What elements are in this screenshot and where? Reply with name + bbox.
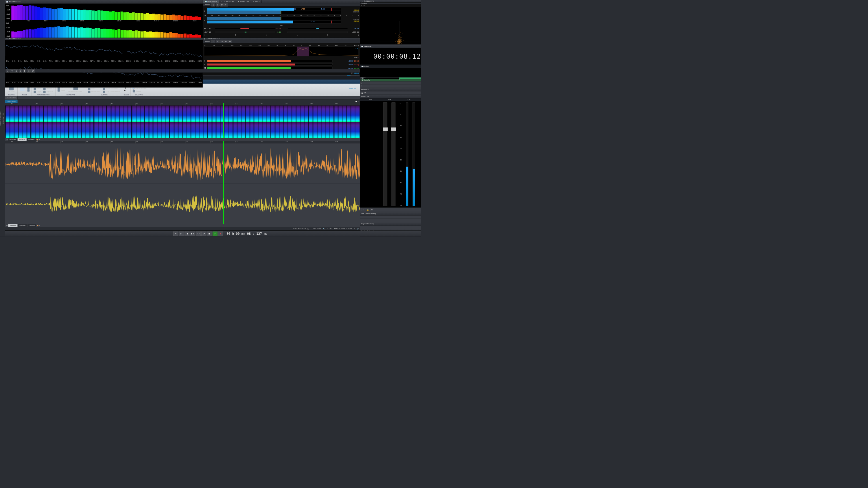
transport-bar: ≡ ⏮|⏴⏴⏴⏵⏵⟳⏹⏵● 00 h 00 mn 08 s 127 ms bbox=[5, 230, 421, 236]
fit-button[interactable]: ⬌ bbox=[27, 69, 31, 72]
svg-point-243 bbox=[398, 42, 398, 42]
reset-button[interactable]: ↻ bbox=[370, 208, 374, 211]
zoom-in-button[interactable]: ⊕ bbox=[14, 69, 18, 72]
transport-rew[interactable]: ⏴⏴ bbox=[190, 231, 195, 236]
view-waveform-2[interactable]: Waveform bbox=[8, 224, 18, 227]
transport-play[interactable]: ⏵ bbox=[213, 231, 218, 236]
format-info[interactable]: Stereo 32 bit float 44 100 Hz bbox=[334, 228, 352, 230]
svg-point-342 bbox=[399, 37, 399, 37]
playhead-spectrogram[interactable] bbox=[223, 103, 224, 138]
levelmeter-toolbar: Functions ↻ ⟳ ⚙ ⇤ bbox=[203, 3, 360, 7]
svg-point-365 bbox=[399, 40, 400, 40]
transport-start[interactable]: ⏮ bbox=[179, 231, 184, 236]
spectroscope-header[interactable]: 📊 SPECTROSCOPE bbox=[5, 0, 203, 4]
home-button[interactable]: ⌂ bbox=[6, 69, 9, 72]
loud-settings-button[interactable]: ⚙ bbox=[224, 40, 228, 43]
swap-button[interactable]: Swap Stereo Channels bbox=[102, 91, 121, 93]
resampling-header[interactable]: Resampling bbox=[361, 89, 369, 90]
transport-record[interactable]: ● bbox=[218, 231, 223, 236]
playback-header[interactable]: Playback Processing bbox=[361, 223, 374, 225]
svg-point-354 bbox=[400, 41, 400, 41]
length-info: 1 mn 949 ms bbox=[313, 228, 321, 230]
scroll-lock-button[interactable]: ⇄ bbox=[31, 69, 35, 72]
waveform-view[interactable]: 0 s1 s2 s3 s4 s5 s6 s7 s8 s9 s10 s11 s12… bbox=[5, 141, 360, 224]
transport-stop[interactable]: ⏹ bbox=[207, 231, 212, 236]
mono-button[interactable]: ○ bbox=[361, 208, 365, 211]
tab-tasks[interactable]: ✓TASKS bbox=[251, 0, 261, 3]
speaker-icon[interactable]: 🔊 bbox=[357, 228, 359, 230]
tab-wavescope[interactable]: ◈WAVESCOPE bbox=[236, 0, 251, 3]
tab-oscilloscope[interactable]: 〰OSCILLOSCOPE bbox=[219, 0, 236, 3]
transport-ffwd[interactable]: ⏵⏵ bbox=[196, 231, 201, 236]
loud-refresh-button[interactable]: ⟳ bbox=[216, 40, 220, 43]
functions-label[interactable]: Functions bbox=[204, 4, 210, 5]
play-tool[interactable] bbox=[27, 89, 30, 92]
fader-l[interactable] bbox=[383, 103, 387, 206]
fader-r[interactable] bbox=[392, 103, 396, 206]
master-level-header[interactable]: Master Level bbox=[361, 96, 369, 97]
refresh-button[interactable]: ⟳ bbox=[216, 3, 220, 6]
svg-point-263 bbox=[400, 34, 401, 34]
spectroscope-panel: 📊 SPECTROSCOPE 0dB-12dB-36dB-60dB B44Hz8… bbox=[5, 0, 203, 38]
silence-button[interactable]: Silence Generator ▾ bbox=[102, 88, 121, 90]
time-ruler[interactable]: 0 s1 s2 s3 s4 s5 s6 s7 s8 s9 s10 s11 s12… bbox=[5, 103, 360, 105]
delete-button[interactable]: Delete bbox=[88, 88, 101, 90]
extend-button[interactable]: Extend bbox=[33, 88, 42, 90]
loud-range-button[interactable]: ⇲ bbox=[220, 40, 224, 43]
settings-icon[interactable]: 🎨 ⚙ bbox=[36, 139, 40, 140]
spectrogram-view[interactable]: 0 s1 s2 s3 s4 s5 s6 s7 s8 s9 s10 s11 s12… bbox=[5, 103, 360, 138]
view-loudness-2[interactable]: Loudness bbox=[27, 224, 36, 227]
spectrometer-panel: 〰SPECTROMETER 8 Hz19 Hz24 Hz31 Hz39 Hz50… bbox=[5, 38, 203, 72]
view-spectrum-2[interactable]: Spectrum bbox=[18, 224, 27, 227]
final-effects-header[interactable]: Final Effects / Dithering bbox=[361, 213, 376, 214]
smooth-delete-button[interactable]: Smooth Delete bbox=[88, 91, 101, 93]
loud-reset-button[interactable]: ↻ bbox=[212, 40, 215, 43]
timecode-source[interactable]: 📄 File Start bbox=[361, 66, 369, 67]
expand-button[interactable]: ⇤ bbox=[224, 3, 228, 6]
nudge-right[interactable]: ▶ bbox=[124, 89, 126, 91]
settings-icon-2[interactable]: 🎨 ⚙ bbox=[37, 225, 40, 226]
magnets-button[interactable]: Magnets ▾ bbox=[132, 90, 146, 93]
sidebar-left: BIT METER FILEBROWSER bbox=[0, 0, 5, 237]
playhead-waveform[interactable] bbox=[223, 141, 224, 224]
svg-point-122 bbox=[397, 37, 397, 37]
level-l-rms bbox=[207, 11, 341, 14]
tab-levelmeter[interactable]: 📊LEVELMETER bbox=[203, 0, 219, 3]
bypass-icon[interactable]: ⊘ bbox=[354, 228, 355, 230]
svg-point-377 bbox=[398, 39, 398, 39]
reset-all-button[interactable]: ↻ bbox=[212, 3, 215, 6]
check-icon: ✓ bbox=[253, 1, 254, 2]
regions-button[interactable]: Regions ▾ bbox=[43, 91, 54, 93]
settings-button[interactable]: ⚙ bbox=[220, 3, 224, 6]
menu-button[interactable]: ≡ bbox=[173, 231, 178, 236]
sidebar-tab-filebrowser[interactable]: FILEBROWSER bbox=[0, 110, 1, 128]
add-effect[interactable]: + bbox=[360, 85, 421, 88]
view-loudness[interactable]: Loudness bbox=[27, 138, 36, 141]
transport-loop[interactable]: ⟳ bbox=[201, 231, 206, 236]
status-bar: 9 s 572 ms, 4952 Hz ◱ | 1 mn 949 ms 🔍 x … bbox=[5, 227, 360, 230]
svg-point-296 bbox=[400, 39, 401, 39]
zoom-icon[interactable]: 🔍 bbox=[323, 228, 325, 230]
resampling-toggle[interactable]: ⏻ Off bbox=[360, 91, 421, 95]
time-ruler-2[interactable]: 0 s1 s2 s3 s4 s5 s6 s7 s8 s9 s10 s11 s12… bbox=[5, 141, 360, 143]
view-spectrum[interactable]: Spectrum bbox=[18, 138, 27, 141]
zoom-v-in-button[interactable]: ⬍ bbox=[23, 69, 27, 72]
svg-point-398 bbox=[398, 40, 398, 40]
snap-magnets-check[interactable]: ✓Snap to Magnets bbox=[132, 88, 146, 90]
zoom-info[interactable]: x : 1.267 bbox=[327, 228, 332, 230]
zoom-out-button[interactable]: ⊖ bbox=[19, 69, 22, 72]
view-waveform[interactable]: Waveform bbox=[8, 138, 18, 141]
zoom-sel-button[interactable]: ⬚ bbox=[10, 69, 14, 72]
svg-point-221 bbox=[399, 36, 400, 36]
copy-button[interactable]: Copy ▾ bbox=[57, 89, 66, 92]
transport-prev[interactable]: |⏴ bbox=[185, 231, 189, 236]
file-group-tab[interactable]: 〰 File Group bbox=[5, 96, 18, 99]
channels-button[interactable]: Channels ▾ bbox=[43, 88, 54, 90]
toggle-button[interactable]: Toggle bbox=[33, 91, 42, 93]
file-tab-msdrums[interactable]: 〰 MS Drums bbox=[5, 100, 18, 103]
loud-expand-button[interactable]: ⇤ bbox=[228, 40, 232, 43]
svg-point-352 bbox=[399, 41, 399, 41]
lock-button[interactable]: 🔒 bbox=[366, 208, 369, 211]
levelmeter-panel: 📊LEVELMETER 〰OSCILLOSCOPE ◈WAVESCOPE ✓TA… bbox=[203, 0, 360, 38]
sidebar-tab-bitmeter[interactable]: BIT METER bbox=[1, 111, 5, 126]
